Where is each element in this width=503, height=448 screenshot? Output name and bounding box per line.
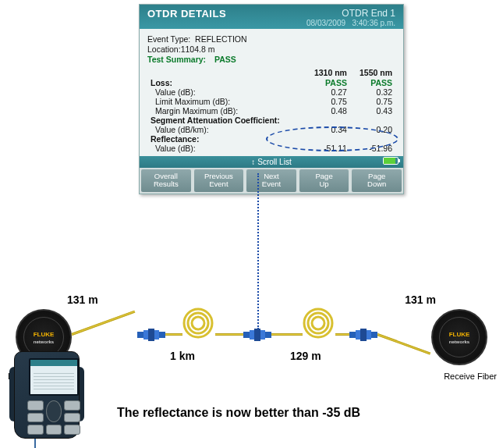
test-summary-row: Test Summary: PASS [147, 55, 395, 64]
svg-rect-20 [371, 332, 377, 338]
refl-value-1310: -51.11 [305, 144, 350, 153]
limit-max-row: Limit Maximum (dB): 0.75 0.75 [147, 97, 395, 106]
otdr-date: 08/03/2009 [306, 19, 345, 27]
test-summary-value: PASS [214, 55, 236, 64]
test-summary-label: Test Summary: [147, 55, 206, 64]
fiber-cable [215, 333, 245, 336]
battery-icon [383, 157, 399, 165]
refl-value-label: Value (dB): [147, 144, 305, 153]
reflectance-row: Reflectance: [147, 134, 395, 144]
svg-rect-6 [137, 332, 143, 338]
svg-rect-9 [154, 330, 159, 340]
seg-atten-label: Segment Attenuation Coefficient: [147, 116, 305, 125]
event-type-value: REFLECTION [195, 34, 247, 44]
fiber-coil-icon [301, 306, 335, 340]
svg-point-2 [192, 317, 204, 329]
value-db-1550: 0.32 [350, 87, 395, 97]
col-1550: 1550 nm [350, 67, 395, 78]
otdr-body: Event Type: REFLECTION Location:1104.8 m… [140, 29, 403, 156]
svg-rect-18 [360, 329, 367, 341]
svg-rect-16 [349, 332, 356, 338]
value-dbkm-1310: 0.34 [305, 125, 350, 134]
fiber-cable [335, 333, 351, 336]
fiber-cable [377, 333, 430, 354]
col-1310: 1310 nm [305, 67, 350, 78]
event-type-label: Event Type: [147, 34, 190, 44]
pgdn-l2: Down [353, 180, 400, 188]
svg-rect-8 [148, 329, 154, 341]
length-131-receive: 131 m [405, 293, 436, 306]
previous-event-button[interactable]: Previous Event [194, 169, 244, 192]
length-129m: 129 m [290, 350, 321, 362]
fiber-cable [71, 311, 135, 336]
length-1km: 1 km [170, 350, 195, 362]
overall-results-button[interactable]: Overall Results [141, 169, 191, 192]
fiber-cable [165, 333, 182, 336]
value-db-label: Value (dB): [147, 87, 305, 97]
measurement-table: 1310 nm 1550 nm Loss: PASS PASS Value (d… [147, 67, 395, 153]
value-dbkm-row: Value (dB/km): 0.34 0.20 [147, 125, 395, 134]
nav-row: Overall Results Previous Event Next Even… [140, 168, 403, 194]
margin-max-1310: 0.48 [305, 106, 350, 116]
fiber-connector-icon [137, 328, 165, 342]
svg-rect-11 [243, 332, 250, 338]
otdr-header: OTDR DETAILS OTDR End 1 08/03/2009 3:40:… [140, 5, 403, 29]
reel-brand-label: FLUKEnetworks [433, 331, 486, 345]
receive-fiber-label: Receive Fiber [444, 372, 497, 381]
otdr-instrument-icon [8, 351, 86, 443]
receive-fiber-reel: FLUKEnetworks [431, 309, 487, 365]
svg-rect-10 [159, 332, 165, 338]
overall-l2: Results [143, 180, 190, 188]
fiber-coil-icon [181, 306, 215, 340]
location-row: Location:1104.8 m [147, 44, 395, 54]
svg-point-5 [312, 317, 324, 329]
loss-row: Loss: PASS PASS [147, 78, 395, 87]
svg-rect-12 [250, 330, 254, 340]
otdr-title: OTDR DETAILS [147, 8, 226, 20]
margin-max-label: Margin Maximum (dB): [147, 106, 305, 116]
scroll-list-bar[interactable]: Scroll List [140, 156, 403, 168]
fiber-connector-icon [243, 328, 271, 342]
otdr-details-window: OTDR DETAILS OTDR End 1 08/03/2009 3:40:… [139, 4, 404, 194]
svg-rect-19 [367, 330, 371, 340]
limit-max-label: Limit Maximum (dB): [147, 97, 305, 106]
page-up-button[interactable]: Page Up [299, 169, 349, 192]
length-131-launch: 131 m [67, 293, 98, 306]
diagram-caption: The reflectance is now better than -35 d… [117, 406, 360, 420]
next-event-button[interactable]: Next Event [246, 169, 296, 192]
loss-label: Loss: [147, 78, 305, 87]
otdr-endpoint: OTDR End 1 [306, 8, 395, 19]
scroll-label: Scroll List [257, 158, 291, 166]
prev-l2: Event [196, 180, 243, 188]
page-down-button[interactable]: Page Down [352, 169, 402, 192]
limit-max-1310: 0.75 [305, 97, 350, 106]
otdr-timestamp: 08/03/2009 3:40:36 p.m. [306, 19, 395, 27]
pgup-l2: Up [301, 180, 348, 188]
next-l2: Event [248, 180, 295, 188]
fiber-connector-icon [349, 328, 377, 342]
value-dbkm-1550: 0.20 [350, 125, 395, 134]
svg-rect-17 [356, 330, 360, 340]
otdr-time: 3:40:36 p.m. [352, 19, 395, 27]
fiber-cable [271, 333, 303, 336]
value-db-row: Value (dB): 0.27 0.32 [147, 87, 395, 97]
seg-atten-row: Segment Attenuation Coefficient: [147, 116, 395, 125]
loss-1550: PASS [350, 78, 395, 87]
loss-1310: PASS [305, 78, 350, 87]
svg-rect-15 [265, 332, 271, 338]
location-value: 1104.8 m [181, 44, 215, 54]
svg-rect-7 [143, 330, 148, 340]
svg-rect-14 [260, 330, 265, 340]
table-header-row: 1310 nm 1550 nm [147, 67, 395, 78]
value-db-1310: 0.27 [305, 87, 350, 97]
limit-max-1550: 0.75 [350, 97, 395, 106]
refl-value-row: Value (dB): -51.11 -51.96 [147, 144, 395, 153]
margin-max-1550: 0.43 [350, 106, 395, 116]
value-dbkm-label: Value (dB/km): [147, 125, 305, 134]
svg-rect-13 [254, 329, 260, 341]
otdr-header-right: OTDR End 1 08/03/2009 3:40:36 p.m. [306, 8, 395, 27]
reel-brand-label: FLUKEnetworks [17, 331, 70, 345]
reflectance-label: Reflectance: [147, 134, 305, 144]
event-type-row: Event Type: REFLECTION [147, 34, 395, 44]
refl-value-1550: -51.96 [350, 144, 395, 153]
